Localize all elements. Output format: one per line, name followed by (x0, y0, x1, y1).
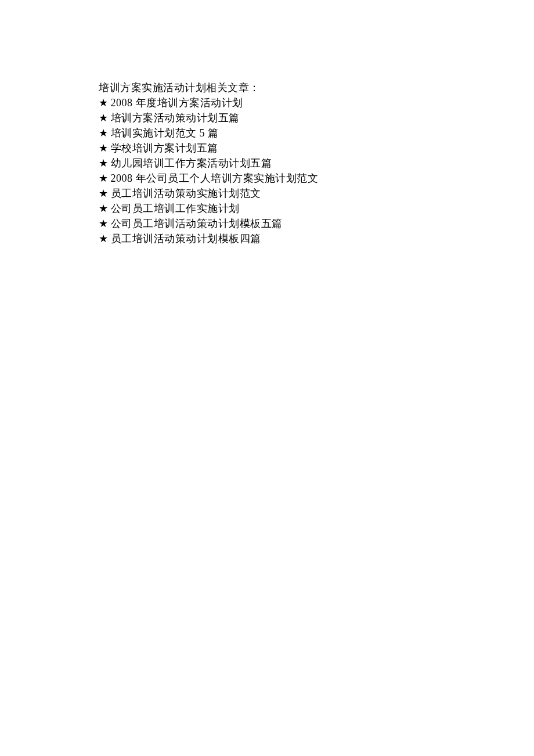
list-item: ★ 公司员工培训工作实施计划 (99, 201, 464, 216)
star-icon: ★ (99, 186, 109, 201)
star-icon: ★ (99, 216, 109, 231)
list-item: ★ 员工培训活动策动计划模板四篇 (99, 231, 464, 246)
list-item: ★ 公司员工培训活动策动计划模板五篇 (99, 216, 464, 231)
document-page: 培训方案实施活动计划相关文章： ★2008 年度培训方案活动计划★ 培训方案活动… (0, 0, 534, 246)
list-item: ★ 幼儿园培训工作方案活动计划五篇 (99, 156, 464, 171)
related-articles-list: ★2008 年度培训方案活动计划★ 培训方案活动策动计划五篇★ 培训实施计划范文… (99, 95, 464, 246)
star-icon: ★ (99, 156, 109, 171)
article-link-text: 幼儿园培训工作方案活动计划五篇 (111, 156, 465, 171)
list-item: ★ 学校培训方案计划五篇 (99, 141, 464, 156)
star-icon: ★ (99, 141, 109, 156)
article-link-text: 2008 年度培训方案活动计划 (111, 95, 465, 110)
list-item: ★2008 年公司员工个人培训方案实施计划范文 (99, 171, 464, 186)
list-item: ★ 培训方案活动策动计划五篇 (99, 110, 464, 125)
article-link-text: 培训实施计划范文 5 篇 (111, 125, 465, 141)
article-link-text: 学校培训方案计划五篇 (111, 141, 465, 156)
star-icon: ★ (99, 125, 109, 141)
list-item: ★ 培训实施计划范文 5 篇 (99, 125, 464, 141)
article-link-text: 公司员工培训工作实施计划 (111, 201, 465, 216)
star-icon: ★ (99, 231, 109, 246)
list-item: ★2008 年度培训方案活动计划 (99, 95, 464, 110)
article-link-text: 培训方案活动策动计划五篇 (111, 110, 465, 125)
star-icon: ★ (99, 95, 109, 110)
list-item: ★ 员工培训活动策动实施计划范文 (99, 186, 464, 201)
star-icon: ★ (99, 110, 109, 125)
article-link-text: 员工培训活动策动计划模板四篇 (111, 231, 465, 246)
article-link-text: 公司员工培训活动策动计划模板五篇 (111, 216, 465, 231)
star-icon: ★ (99, 171, 109, 186)
star-icon: ★ (99, 201, 109, 216)
article-link-text: 员工培训活动策动实施计划范文 (111, 186, 465, 201)
section-heading: 培训方案实施活动计划相关文章： (99, 80, 464, 95)
article-link-text: 2008 年公司员工个人培训方案实施计划范文 (111, 171, 465, 186)
